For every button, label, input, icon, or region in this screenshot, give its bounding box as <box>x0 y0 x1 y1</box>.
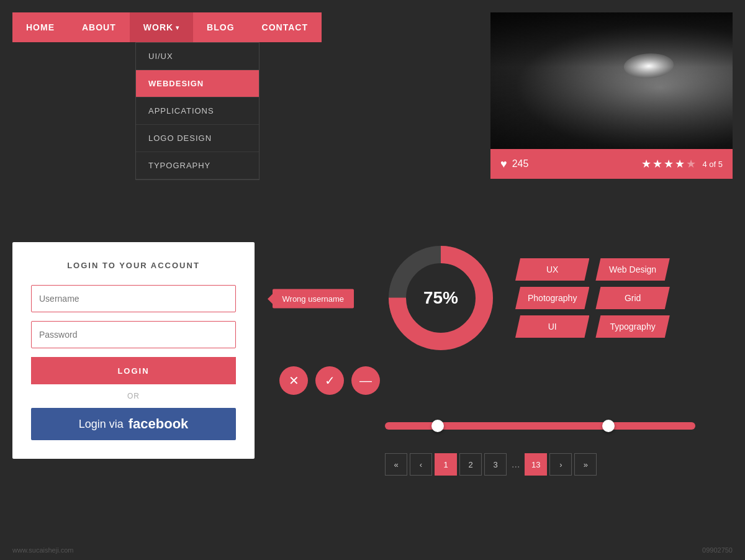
donut-section: 75% UX Web Design Photography Grid UI Ty… <box>385 242 670 354</box>
facebook-button[interactable]: Login via facebook <box>31 408 236 440</box>
photo-image <box>490 12 733 149</box>
watermark-left: www.sucaisheji.com <box>12 546 73 554</box>
tag-grid[interactable]: Grid <box>595 287 669 309</box>
heart-icon: ♥ <box>500 158 507 171</box>
page-prev[interactable]: ‹ <box>410 453 432 476</box>
page-13[interactable]: 13 <box>525 453 547 476</box>
icon-buttons: ✕ ✓ — <box>279 366 380 395</box>
page-next[interactable]: › <box>549 453 572 476</box>
password-input[interactable] <box>31 321 236 348</box>
tag-typography[interactable]: Typography <box>595 315 669 338</box>
star-2: ★ <box>652 157 662 171</box>
star-1: ★ <box>641 157 651 171</box>
dropdown-item-applications[interactable]: APPLICATIONS <box>136 97 259 125</box>
minus-button[interactable]: — <box>351 366 380 395</box>
login-card: LOGIN TO YOUR ACCOUNT Wrong username LOG… <box>12 242 255 459</box>
stars: ★ ★ ★ ★ ★ <box>641 157 696 171</box>
nav-blog[interactable]: BLOG <box>193 12 248 42</box>
slider-thumb-1[interactable] <box>431 420 444 432</box>
slider-track[interactable] <box>385 422 695 430</box>
like-count: 245 <box>512 158 529 169</box>
page-3[interactable]: 3 <box>484 453 507 476</box>
nav-bar: HOME ABOUT WORK ▾ BLOG CONTACT <box>12 12 322 42</box>
facebook-label-bold: facebook <box>129 416 189 432</box>
page-dots: ... <box>509 459 522 470</box>
facebook-label-regular: Login via <box>79 418 124 431</box>
nav-home[interactable]: HOME <box>12 12 68 42</box>
watermark-right: 09902750 <box>702 546 733 554</box>
password-group <box>31 321 236 348</box>
tag-webdesign[interactable]: Web Design <box>595 258 669 281</box>
like-area: ♥ 245 <box>500 158 528 171</box>
username-group: Wrong username <box>31 285 236 312</box>
close-button[interactable]: ✕ <box>279 366 308 395</box>
star-3: ★ <box>664 157 674 171</box>
slider-thumb-2[interactable] <box>602 420 615 432</box>
check-icon: ✓ <box>325 373 335 388</box>
page-first[interactable]: « <box>385 453 407 476</box>
chevron-down-icon: ▾ <box>176 24 179 31</box>
watermark: www.sucaisheji.com 09902750 <box>0 546 745 554</box>
login-button[interactable]: LOGIN <box>31 357 236 384</box>
nav-about[interactable]: ABOUT <box>68 12 130 42</box>
donut-percentage: 75% <box>423 288 458 308</box>
dropdown-item-webdesign[interactable]: WEBDESIGN <box>136 70 259 97</box>
star-5: ★ <box>686 157 696 171</box>
minus-icon: — <box>359 374 372 388</box>
image-card: ♥ 245 ★ ★ ★ ★ ★ 4 of 5 <box>490 12 733 179</box>
username-input[interactable] <box>31 285 236 312</box>
nav-contact[interactable]: CONTACT <box>248 12 322 42</box>
dropdown-item-typography[interactable]: TYPOGRAPHY <box>136 152 259 179</box>
image-bar: ♥ 245 ★ ★ ★ ★ ★ 4 of 5 <box>490 149 733 179</box>
tag-ui[interactable]: UI <box>515 315 589 338</box>
page-2[interactable]: 2 <box>459 453 482 476</box>
slider-section <box>385 422 695 442</box>
tags-grid: UX Web Design Photography Grid UI Typogr… <box>515 258 670 338</box>
star-4: ★ <box>675 157 685 171</box>
close-icon: ✕ <box>289 373 299 388</box>
tag-ux[interactable]: UX <box>515 258 589 281</box>
check-button[interactable]: ✓ <box>315 366 344 395</box>
error-tooltip: Wrong username <box>273 289 354 309</box>
or-divider: OR <box>31 392 236 400</box>
nav-work[interactable]: WORK ▾ <box>130 12 193 42</box>
login-title: LOGIN TO YOUR ACCOUNT <box>31 261 236 270</box>
tag-photography[interactable]: Photography <box>515 287 589 309</box>
page-1[interactable]: 1 <box>435 453 457 476</box>
dropdown-item-uiux[interactable]: UI/UX <box>136 43 259 70</box>
dropdown-item-logo[interactable]: LOGO DESIGN <box>136 125 259 152</box>
rating-text: 4 of 5 <box>702 160 723 169</box>
page-last[interactable]: » <box>574 453 597 476</box>
donut-chart: 75% <box>385 242 497 354</box>
rating-area: ★ ★ ★ ★ ★ 4 of 5 <box>641 157 723 171</box>
work-dropdown: UI/UX WEBDESIGN APPLICATIONS LOGO DESIGN… <box>135 42 260 180</box>
pagination: « ‹ 1 2 3 ... 13 › » <box>385 453 597 476</box>
